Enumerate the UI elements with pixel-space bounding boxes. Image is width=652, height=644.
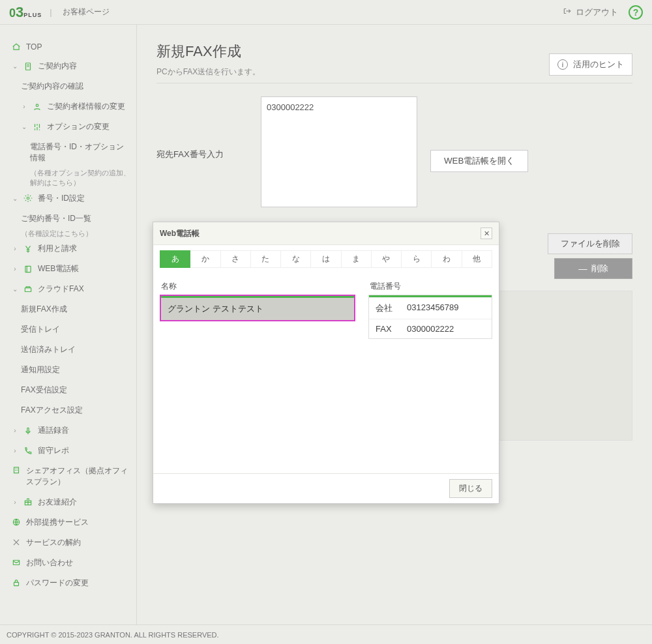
modal-close-footer-button[interactable]: 閉じる — [449, 479, 492, 498]
user-icon — [33, 102, 42, 111]
gear-icon — [23, 194, 33, 203]
sidebar-label: 受信トレイ — [21, 324, 60, 335]
web-phonebook-modal: Web電話帳 ✕ あ か さ た な は ま や ら わ 他 名称 グラントン … — [153, 222, 499, 504]
logout-label: ログアウト — [576, 7, 618, 18]
chevron-down-icon: ⌄ — [12, 195, 18, 202]
sidebar-label: 電話番号・ID・オプション情報 — [30, 141, 128, 164]
kana-tab-ma[interactable]: ま — [342, 250, 372, 268]
sidebar-item-fax-notify[interactable]: 通知用設定 — [0, 360, 136, 380]
logout-link[interactable]: ログアウト — [563, 7, 618, 18]
kana-tab-sa[interactable]: さ — [221, 250, 251, 268]
sidebar-item-contract-confirm[interactable]: ご契約内容の確認 — [0, 76, 136, 96]
phone-row[interactable]: FAX 0300002222 — [369, 319, 492, 338]
footer: COPYRIGHT © 2015-2023 GRANTON. ALL RIGHT… — [0, 624, 652, 644]
chevron-right-icon: › — [12, 265, 18, 272]
fax-number-label: 宛先FAX番号入力 — [156, 96, 248, 160]
fax-icon — [23, 285, 33, 294]
phone-icon — [23, 446, 33, 456]
svg-rect-6 — [14, 467, 19, 473]
sidebar-item-referral[interactable]: › お友達紹介 — [0, 492, 136, 512]
name-table: グラントン テストテスト — [160, 295, 355, 321]
sidebar-item-share-office[interactable]: シェアオフィス（拠点オフィスプラン） — [0, 461, 136, 492]
header: 03PLUS | お客様ページ ログアウト ? — [0, 0, 652, 25]
name-column-header: 名称 — [160, 278, 355, 295]
kana-tab-ka[interactable]: か — [190, 250, 220, 268]
sidebar-item-fax-access[interactable]: FAXアクセス設定 — [0, 400, 136, 420]
sidebar-item-password[interactable]: パスワードの変更 — [0, 573, 136, 593]
sidebar-item-option-detail[interactable]: 電話番号・ID・オプション情報 — [0, 137, 136, 168]
hint-button[interactable]: i 活用のヒント — [549, 53, 632, 76]
sidebar-label: クラウドFAX — [38, 284, 84, 295]
open-web-phonebook-button[interactable]: WEB電話帳を開く — [430, 150, 528, 172]
sidebar-item-call-rec[interactable]: › 通話録音 — [0, 420, 136, 441]
chevron-down-icon: ⌄ — [12, 63, 18, 70]
chevron-down-icon: ⌄ — [12, 285, 18, 293]
sidebar-item-fax-recv-set[interactable]: FAX受信設定 — [0, 380, 136, 400]
chevron-right-icon: › — [12, 245, 18, 252]
sidebar-label: 外部提携サービス — [26, 517, 89, 528]
kana-tab-ra[interactable]: ら — [402, 250, 432, 268]
kana-tab-other[interactable]: 他 — [462, 250, 492, 268]
sidebar-item-top[interactable]: TOP — [0, 38, 136, 56]
modal-close-button[interactable]: ✕ — [481, 227, 492, 239]
sidebar-item-option-change[interactable]: ⌄ オプションの変更 — [0, 117, 136, 137]
sidebar-item-rusu[interactable]: › 留守レポ — [0, 441, 136, 461]
sidebar-item-fax-new[interactable]: 新規FAX作成 — [0, 299, 136, 319]
kana-tabs: あ か さ た な は ま や ら わ 他 — [153, 245, 499, 272]
sidebar-label: サービスの解約 — [26, 537, 81, 548]
phone-table: 会社 03123456789 FAX 0300002222 — [368, 295, 492, 339]
sidebar-label: ご契約内容の確認 — [21, 81, 83, 92]
document-icon — [23, 62, 33, 71]
sidebar-item-fax-inbox[interactable]: 受信トレイ — [0, 319, 136, 340]
sidebar-label: WEB電話帳 — [38, 263, 79, 274]
help-button[interactable]: ? — [629, 5, 643, 20]
sidebar-label: 番号・ID設定 — [38, 193, 85, 204]
sidebar-item-contractor-change[interactable]: › ご契約者様情報の変更 — [0, 96, 136, 117]
hint-label: 活用のヒント — [573, 59, 624, 70]
svg-point-2 — [27, 198, 29, 200]
sidebar-label: ご契約内容 — [38, 61, 77, 72]
sidebar-label: 通知用設定 — [21, 364, 60, 375]
kana-tab-a[interactable]: あ — [160, 250, 190, 268]
kana-tab-ya[interactable]: や — [372, 250, 402, 268]
sidebar-item-fax-sent[interactable]: 送信済みトレイ — [0, 340, 136, 360]
sidebar-item-cancel-service[interactable]: サービスの解約 — [0, 533, 136, 553]
sidebar-item-number-id[interactable]: ⌄ 番号・ID設定 — [0, 188, 136, 209]
close-icon: ✕ — [484, 229, 490, 238]
phone-row[interactable]: 会社 03123456789 — [369, 297, 492, 319]
kana-tab-na[interactable]: な — [281, 250, 311, 268]
close-icon — [12, 538, 21, 547]
sidebar-item-inquiry[interactable]: お問い合わせ — [0, 553, 136, 573]
sidebar-item-contract[interactable]: ⌄ ご契約内容 — [0, 56, 136, 76]
sidebar-item-billing[interactable]: › 利用と請求 — [0, 239, 136, 259]
sidebar-note-number-id: （各種設定はこちら） — [0, 229, 136, 239]
kana-tab-wa[interactable]: わ — [432, 250, 462, 268]
logo-prefix: 0 — [9, 7, 16, 20]
logo-digit: 3 — [16, 4, 23, 20]
sidebar-label: 利用と請求 — [38, 243, 77, 254]
file-delete-button[interactable]: ファイルを削除 — [548, 233, 632, 254]
sliders-icon — [33, 123, 42, 132]
phone-kind: FAX — [376, 324, 398, 334]
sidebar: TOP ⌄ ご契約内容 ご契約内容の確認 › ご契約者様情報の変更 ⌄ オプショ… — [0, 25, 137, 624]
row-delete-button[interactable]: — 削除 — [554, 258, 632, 279]
logo-separator: | — [50, 7, 52, 17]
sidebar-item-cloud-fax[interactable]: ⌄ クラウドFAX — [0, 279, 136, 299]
name-row[interactable]: グラントン テストテスト — [161, 298, 354, 320]
sidebar-label: ご契約者様情報の変更 — [47, 101, 125, 112]
logo-suffix: PLUS — [23, 12, 42, 18]
sidebar-label: お友達紹介 — [38, 497, 77, 508]
sidebar-item-web-pb[interactable]: › WEB電話帳 — [0, 259, 136, 279]
kana-tab-ta[interactable]: た — [251, 250, 281, 268]
sidebar-note-option: （各種オプション契約の追加、解約はこちら） — [0, 168, 136, 188]
home-icon — [12, 42, 21, 51]
sidebar-item-number-id-list[interactable]: ご契約番号・ID一覧 — [0, 209, 136, 229]
svg-rect-4 — [25, 287, 31, 291]
logo-mark: 03PLUS — [9, 4, 42, 21]
phone-column-header: 電話番号 — [368, 278, 492, 295]
help-icon: ? — [633, 7, 639, 18]
kana-tab-ha[interactable]: は — [311, 250, 341, 268]
sidebar-item-ext-service[interactable]: 外部提携サービス — [0, 512, 136, 533]
minus-icon: — — [578, 264, 587, 274]
fax-number-input[interactable] — [261, 96, 417, 207]
